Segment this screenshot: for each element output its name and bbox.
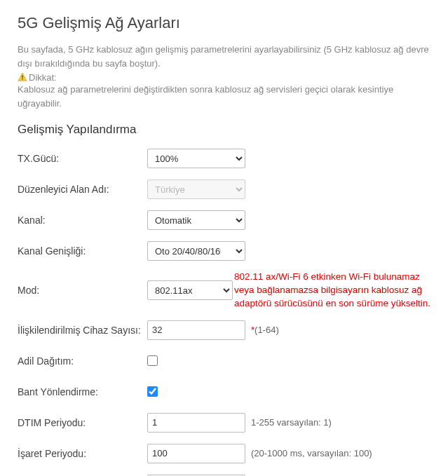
svg-rect-1 [22, 79, 22, 79]
beacon-input[interactable] [147, 444, 245, 463]
warning-row: Dikkat: [18, 72, 430, 83]
reg-domain-label: Düzenleyici Alan Adı: [18, 184, 147, 195]
band-steering-label: Bant Yönlendirme: [18, 386, 147, 397]
dtim-hint: 1-255 varsayılan: 1) [251, 417, 332, 428]
page-title: 5G Gelişmiş Ağ Ayarları [18, 14, 430, 32]
assoc-count-input[interactable] [147, 320, 245, 340]
page-description: Bu sayfada, 5 GHz kablosuz ağın gelişmiş… [18, 43, 430, 70]
channel-width-select[interactable]: Oto 20/40/80/160 MHz [147, 241, 245, 261]
mode-warning-text: 802.11 ax/Wi-Fi 6 etkinken Wi-Fi bulunam… [234, 271, 430, 311]
fair-dist-checkbox[interactable] [147, 355, 158, 366]
warning-label: Dikkat: [29, 72, 57, 83]
beacon-label: İşaret Periyodu: [18, 448, 147, 459]
fair-dist-label: Adil Dağıtım: [18, 355, 147, 367]
channel-label: Kanal: [18, 215, 147, 226]
band-steering-checkbox[interactable] [147, 386, 158, 397]
channel-width-label: Kanal Genişliği: [18, 245, 147, 257]
mode-label: Mod: [18, 285, 147, 296]
reg-domain-select: Türkiye [147, 179, 245, 199]
dtim-label: DTIM Periyodu: [18, 417, 147, 428]
svg-rect-0 [22, 75, 22, 78]
beacon-hint: (20-1000 ms, varsayılan: 100) [251, 448, 372, 458]
mode-select[interactable]: 802.11ax [147, 280, 233, 300]
dtim-input[interactable] [147, 413, 245, 433]
tx-power-label: TX.Gücü: [18, 153, 147, 164]
tx-power-select[interactable]: 100% [147, 149, 245, 168]
assoc-count-label: İlişkilendirilmiş Cihaz Sayısı: [18, 325, 147, 336]
warning-note: Kablosuz ağ parametrelerini değiştirdikt… [18, 83, 430, 110]
section-title: Gelişmiş Yapılandırma [18, 123, 430, 137]
warning-icon [18, 72, 27, 82]
assoc-count-hint: *(1-64) [251, 325, 279, 335]
channel-select[interactable]: Otomatik [147, 210, 245, 230]
